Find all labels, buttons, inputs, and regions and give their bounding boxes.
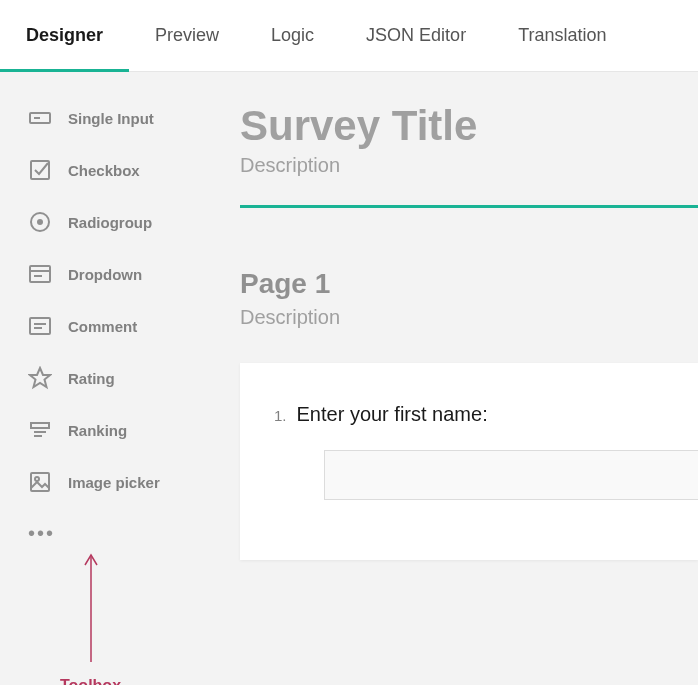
page-title[interactable]: Page 1 [240,268,698,300]
ranking-icon [28,418,52,442]
image-picker-icon [28,470,52,494]
radiogroup-icon [28,210,52,234]
workspace: Single Input Checkbox Radiogroup Dropdow… [0,72,698,685]
toolbox-item-image-picker[interactable]: Image picker [0,456,210,508]
toolbox-more-button[interactable]: ••• [0,508,210,559]
toolbox-item-label: Image picker [68,474,160,491]
toolbox-item-rating[interactable]: Rating [0,352,210,404]
first-name-input[interactable] [324,450,698,500]
question-number: 1. [274,407,287,424]
tab-json-editor[interactable]: JSON Editor [340,0,492,71]
rating-icon [28,366,52,390]
checkbox-icon [28,158,52,182]
toolbox-item-label: Dropdown [68,266,142,283]
svg-rect-12 [31,423,49,428]
tab-label: JSON Editor [366,25,466,46]
svg-marker-11 [30,368,50,387]
toolbox-item-label: Ranking [68,422,127,439]
tab-translation[interactable]: Translation [492,0,632,71]
toolbox-item-dropdown[interactable]: Dropdown [0,248,210,300]
tab-label: Designer [26,25,103,46]
toolbox-item-checkbox[interactable]: Checkbox [0,144,210,196]
toolbox-item-comment[interactable]: Comment [0,300,210,352]
toolbox-item-label: Checkbox [68,162,140,179]
tab-bar: Designer Preview Logic JSON Editor Trans… [0,0,698,72]
toolbox-item-label: Rating [68,370,115,387]
single-input-icon [28,106,52,130]
arrow-up-icon [81,547,101,667]
svg-rect-5 [30,266,50,282]
question-card[interactable]: 1. Enter your first name: [240,363,698,560]
svg-point-16 [35,477,39,481]
dropdown-icon [28,262,52,286]
comment-icon [28,314,52,338]
svg-rect-8 [30,318,50,334]
svg-point-4 [37,219,43,225]
toolbox-item-label: Comment [68,318,137,335]
svg-rect-15 [31,473,49,491]
divider [240,205,698,208]
annotation-label: Toolbox [60,677,121,685]
tab-logic[interactable]: Logic [245,0,340,71]
tab-label: Logic [271,25,314,46]
tab-preview[interactable]: Preview [129,0,245,71]
toolbox-item-single-input[interactable]: Single Input [0,92,210,144]
tab-label: Translation [518,25,606,46]
toolbox-item-ranking[interactable]: Ranking [0,404,210,456]
toolbox: Single Input Checkbox Radiogroup Dropdow… [0,72,210,685]
toolbox-item-label: Single Input [68,110,154,127]
page-description[interactable]: Description [240,306,698,329]
survey-description[interactable]: Description [240,154,698,177]
toolbox-item-label: Radiogroup [68,214,152,231]
question-header: 1. Enter your first name: [274,403,698,426]
question-text[interactable]: Enter your first name: [297,403,488,426]
toolbox-item-radiogroup[interactable]: Radiogroup [0,196,210,248]
more-icon: ••• [28,522,55,544]
tab-designer[interactable]: Designer [0,0,129,71]
design-canvas: Survey Title Description Page 1 Descript… [210,72,698,685]
tab-label: Preview [155,25,219,46]
survey-title[interactable]: Survey Title [240,102,698,150]
annotation-toolbox: Toolbox [60,547,121,685]
